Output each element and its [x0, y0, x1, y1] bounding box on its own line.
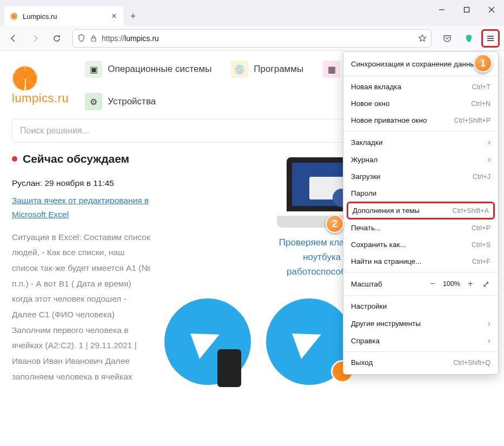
tab-title: Lumpics.ru — [23, 12, 106, 21]
forward-button[interactable] — [26, 29, 44, 48]
menu-exit[interactable]: ВыходCtrl+Shift+Q — [343, 354, 498, 371]
post-body: Ситуация в Excel: Составим список людей,… — [12, 230, 151, 385]
logo-text: lumpics.ru — [12, 91, 69, 105]
chevron-right-icon: › — [488, 155, 490, 164]
nav-programs[interactable]: 💿Программы — [231, 61, 303, 78]
bookmark-star-button[interactable] — [418, 34, 427, 43]
menu-find[interactable]: Найти на странице...Ctrl+F — [343, 253, 498, 270]
menu-passwords[interactable]: Пароли — [343, 185, 498, 202]
back-button[interactable] — [4, 29, 23, 48]
menu-private-window[interactable]: Новое приватное окноCtrl+Shift+P — [343, 112, 498, 129]
close-tab-button[interactable]: × — [110, 12, 118, 20]
chevron-right-icon: › — [488, 319, 490, 328]
browser-tab[interactable]: Lumpics.ru × — [4, 6, 123, 26]
chevron-right-icon: › — [488, 138, 490, 147]
close-window-button[interactable] — [479, 0, 504, 19]
maximize-button[interactable] — [454, 0, 479, 19]
devices-icon: ⚙ — [85, 93, 102, 110]
svg-rect-4 — [91, 38, 96, 41]
menu-new-window[interactable]: Новое окноCtrl+N — [343, 95, 498, 112]
page-content: lumpics.ru ▣Операционные системы 💿Програ… — [0, 51, 504, 446]
url-text: https://lumpics.ru — [102, 34, 414, 43]
rec-icon — [12, 156, 17, 162]
partial-icon: ▦ — [323, 61, 340, 78]
protection-shield-icon[interactable] — [460, 29, 478, 48]
zoom-in-button[interactable]: + — [466, 279, 475, 289]
menu-more-tools[interactable]: Другие инструменты› — [343, 315, 498, 332]
menu-bookmarks[interactable]: Закладки› — [343, 134, 498, 151]
titlebar: Lumpics.ru × + — [0, 0, 504, 26]
post-link[interactable]: Защита ячеек от редактирования в Microso… — [12, 196, 149, 219]
zoom-out-button[interactable]: − — [428, 279, 437, 289]
app-menu: Синхронизация и сохранение данных Новая … — [343, 51, 499, 375]
programs-icon: 💿 — [231, 61, 248, 78]
os-icon: ▣ — [85, 61, 102, 78]
menu-zoom: Масштаб − 100% + ⤢ — [343, 275, 498, 293]
hamburger-icon — [486, 34, 495, 43]
telegram-icon[interactable] — [164, 298, 251, 385]
discussing-heading: Сейчас обсуждаем — [12, 152, 151, 165]
logo-icon — [12, 65, 38, 91]
svg-rect-1 — [465, 8, 469, 12]
menu-print[interactable]: Печать...Ctrl+P — [343, 219, 498, 236]
menu-help[interactable]: Справка› — [343, 332, 498, 349]
nav-partial[interactable]: ▦ — [323, 61, 344, 78]
callout-2: 2 — [326, 215, 344, 233]
url-bar[interactable]: https://lumpics.ru — [72, 29, 432, 48]
new-tab-button[interactable]: + — [125, 9, 141, 24]
menu-save-as[interactable]: Сохранить как...Ctrl+S — [343, 236, 498, 253]
zoom-value: 100% — [443, 280, 460, 288]
app-menu-button[interactable] — [481, 29, 500, 48]
favicon-icon — [10, 12, 18, 21]
callout-1: 1 — [474, 54, 492, 72]
menu-settings[interactable]: Настройки — [343, 298, 498, 315]
nav-os[interactable]: ▣Операционные системы — [85, 61, 211, 78]
menu-new-tab[interactable]: Новая вкладкаCtrl+T — [343, 78, 498, 95]
reload-button[interactable] — [48, 29, 66, 48]
menu-history[interactable]: Журнал› — [343, 151, 498, 168]
minimize-button[interactable] — [429, 0, 454, 19]
telegram-icon-2[interactable] — [266, 298, 353, 385]
comment-meta: Руслан: 29 ноября в 11:45 — [12, 178, 151, 188]
shield-icon — [77, 34, 85, 42]
menu-downloads[interactable]: ЗагрузкиCtrl+J — [343, 168, 498, 185]
site-logo[interactable]: lumpics.ru — [12, 65, 69, 105]
toolbar: https://lumpics.ru — [0, 26, 504, 51]
chevron-right-icon: › — [488, 336, 490, 345]
menu-addons-themes[interactable]: Дополнения и темыCtrl+Shift+A — [347, 202, 495, 219]
lock-icon — [90, 35, 97, 42]
pocket-button[interactable] — [438, 29, 456, 48]
fullscreen-button[interactable]: ⤢ — [481, 279, 490, 289]
